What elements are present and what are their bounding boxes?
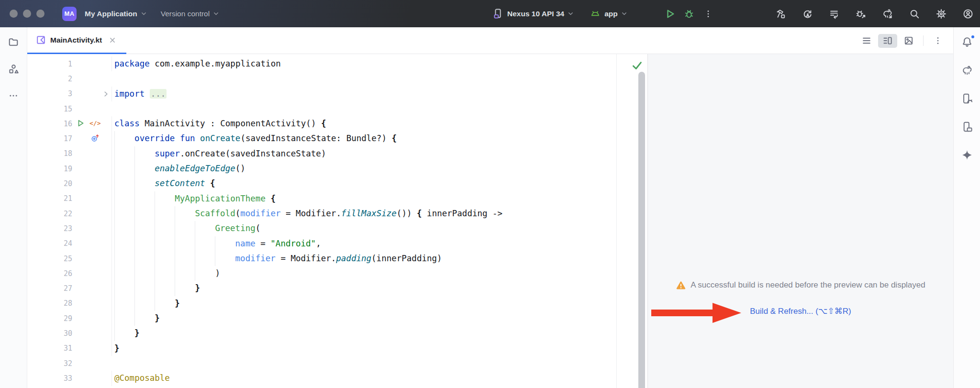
- search-everywhere-icon[interactable]: [909, 8, 920, 20]
- code-line: 30}: [27, 326, 647, 341]
- line-number[interactable]: 22: [27, 210, 73, 218]
- code-view-toggle[interactable]: [860, 34, 873, 47]
- code-line: 25modifier = Modifier.padding(innerPaddi…: [27, 251, 647, 266]
- code-text[interactable]: setContent {: [111, 176, 647, 191]
- code-text[interactable]: }: [111, 296, 647, 311]
- debug-button[interactable]: [683, 8, 695, 20]
- tab-mainactivity[interactable]: MainActivity.kt: [27, 27, 126, 54]
- gutter-icons: [73, 206, 111, 221]
- line-number[interactable]: 29: [27, 314, 73, 323]
- gutter-icons: [73, 71, 111, 86]
- more-actions-icon[interactable]: [702, 8, 714, 20]
- code-line: 1package com.example.myapplication: [27, 56, 647, 71]
- line-number[interactable]: 21: [27, 194, 73, 203]
- notifications-icon[interactable]: [960, 35, 974, 49]
- project-menu[interactable]: My Application: [85, 10, 147, 18]
- code-text[interactable]: Greeting(: [111, 221, 647, 236]
- main-toolbar: MA My Application Version control Nexus …: [0, 0, 980, 27]
- gutter-icons: </>: [73, 116, 111, 131]
- running-devices-icon[interactable]: [960, 91, 974, 106]
- line-number[interactable]: 31: [27, 344, 73, 353]
- line-number[interactable]: 28: [27, 299, 73, 308]
- code-text[interactable]: Scaffold(modifier = Modifier.fillMaxSize…: [111, 206, 647, 221]
- code-text[interactable]: enableEdgeToEdge(): [111, 161, 647, 176]
- window-close-button[interactable]: [10, 10, 18, 18]
- run-button[interactable]: [664, 8, 676, 20]
- line-number[interactable]: 27: [27, 284, 73, 293]
- line-number[interactable]: 15: [27, 105, 73, 113]
- line-number[interactable]: 19: [27, 165, 73, 173]
- code-text[interactable]: super.onCreate(savedInstanceState): [111, 146, 647, 161]
- line-number[interactable]: 32: [27, 359, 73, 368]
- notification-badge: [970, 34, 975, 39]
- run-config-selector[interactable]: app: [604, 10, 627, 18]
- account-icon[interactable]: [962, 8, 974, 20]
- code-text[interactable]: }: [111, 341, 647, 356]
- code-text[interactable]: class MainActivity : ComponentActivity()…: [111, 116, 647, 131]
- code-line: 32: [27, 356, 647, 371]
- gutter-icons: [73, 56, 111, 71]
- line-number[interactable]: 24: [27, 239, 73, 248]
- right-margin-guide: [616, 54, 617, 388]
- device-selector[interactable]: Nexus 10 API 34: [507, 10, 574, 18]
- code-text[interactable]: override fun onCreate(savedInstanceState…: [111, 131, 647, 146]
- code-text[interactable]: }: [111, 281, 647, 296]
- editor-scrollbar[interactable]: [638, 72, 645, 388]
- gradle-icon[interactable]: [960, 63, 974, 78]
- profiler-icon[interactable]: [828, 8, 840, 20]
- settings-icon[interactable]: [935, 8, 947, 20]
- line-number[interactable]: 23: [27, 224, 73, 233]
- line-number[interactable]: 17: [27, 134, 73, 143]
- attach-debugger-icon[interactable]: [855, 8, 867, 20]
- gemini-icon[interactable]: [960, 148, 974, 162]
- run-class-gutter-icon[interactable]: [76, 119, 85, 128]
- line-number[interactable]: 20: [27, 179, 73, 188]
- code-text[interactable]: ): [111, 266, 647, 281]
- editor-options-icon[interactable]: [932, 34, 944, 47]
- code-text[interactable]: }: [111, 311, 647, 326]
- resource-manager-icon[interactable]: [6, 62, 21, 76]
- build-icon[interactable]: [775, 8, 786, 20]
- line-number[interactable]: 25: [27, 255, 73, 263]
- override-method-gutter-icon[interactable]: [90, 133, 100, 143]
- code-line: 31}: [27, 341, 647, 356]
- more-tool-windows-icon[interactable]: [6, 89, 21, 103]
- code-editor[interactable]: 1package com.example.myapplication23impo…: [27, 54, 647, 388]
- divider: [923, 35, 924, 46]
- code-text[interactable]: MyApplicationTheme {: [111, 191, 647, 206]
- window-minimize-button[interactable]: [23, 10, 31, 18]
- gutter-icons: [73, 131, 111, 146]
- code-text[interactable]: @Composable: [111, 371, 647, 386]
- vcs-menu[interactable]: Version control: [161, 10, 220, 18]
- kotlin-file-icon: [36, 35, 46, 45]
- inspections-ok-icon[interactable]: [631, 59, 643, 71]
- line-number[interactable]: 26: [27, 269, 73, 278]
- apply-changes-icon[interactable]: [802, 8, 813, 20]
- window-zoom-button[interactable]: [36, 10, 45, 18]
- gutter-icons: [73, 326, 111, 341]
- line-number[interactable]: 2: [27, 75, 73, 83]
- code-text[interactable]: name = "Android",: [111, 236, 647, 251]
- line-number[interactable]: 3: [27, 89, 73, 98]
- line-number[interactable]: 30: [27, 329, 73, 338]
- split-view-toggle[interactable]: [878, 34, 897, 48]
- code-text[interactable]: package com.example.myapplication: [111, 56, 647, 71]
- code-text[interactable]: modifier = Modifier.padding(innerPadding…: [111, 251, 647, 266]
- design-view-toggle[interactable]: [902, 34, 915, 47]
- code-line: 23Greeting(: [27, 221, 647, 236]
- line-number[interactable]: 16: [27, 120, 73, 128]
- line-number[interactable]: 1: [27, 60, 73, 68]
- code-text[interactable]: import ...: [111, 87, 647, 101]
- project-tool-icon[interactable]: [6, 35, 21, 49]
- tab-close-icon[interactable]: [109, 37, 116, 44]
- build-refresh-link[interactable]: Build & Refresh... (⌥⇧⌘R): [750, 307, 851, 316]
- device-manager-icon[interactable]: [960, 120, 974, 134]
- code-text[interactable]: }: [111, 326, 647, 341]
- project-badge[interactable]: MA: [62, 7, 77, 21]
- fold-imports-icon[interactable]: [102, 90, 110, 98]
- compose-preview-gutter-icon[interactable]: </>: [89, 119, 100, 127]
- line-number[interactable]: 33: [27, 374, 73, 383]
- line-number[interactable]: 18: [27, 149, 73, 158]
- gradle-sync-icon[interactable]: [882, 8, 893, 20]
- gutter-icons: [73, 356, 111, 371]
